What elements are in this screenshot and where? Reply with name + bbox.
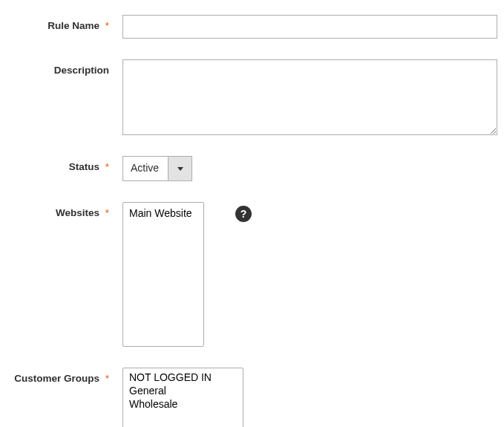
websites-label-wrap: Websites * bbox=[7, 202, 122, 218]
status-select[interactable]: Active bbox=[122, 156, 192, 181]
customer-groups-multiselect[interactable]: NOT LOGGED IN General Wholesale bbox=[122, 368, 243, 427]
rule-name-label-wrap: Rule Name * bbox=[7, 15, 122, 31]
customer-groups-label-wrap: Customer Groups * bbox=[7, 368, 122, 384]
status-row: Status * Active bbox=[7, 156, 497, 181]
status-select-value: Active bbox=[123, 157, 168, 180]
rule-name-input-col bbox=[122, 15, 497, 39]
status-input-col: Active bbox=[122, 156, 497, 181]
customer-groups-option[interactable]: NOT LOGGED IN bbox=[123, 371, 243, 384]
description-label-wrap: Description bbox=[7, 59, 122, 76]
websites-label: Websites bbox=[56, 207, 99, 218]
rule-name-input[interactable] bbox=[122, 15, 497, 39]
customer-groups-row: Customer Groups * NOT LOGGED IN General … bbox=[7, 368, 497, 427]
customer-groups-label: Customer Groups bbox=[14, 373, 99, 384]
description-textarea[interactable] bbox=[122, 59, 497, 135]
chevron-down-icon bbox=[177, 167, 183, 171]
description-label: Description bbox=[54, 65, 109, 76]
websites-row: Websites * Main Website ? bbox=[7, 202, 497, 347]
help-symbol: ? bbox=[240, 208, 247, 220]
customer-groups-option[interactable]: General bbox=[123, 384, 243, 397]
websites-multiselect[interactable]: Main Website bbox=[122, 202, 204, 347]
description-row: Description bbox=[7, 59, 497, 135]
required-mark: * bbox=[105, 207, 109, 218]
status-label-wrap: Status * bbox=[7, 156, 122, 172]
required-mark: * bbox=[105, 373, 109, 384]
status-label: Status bbox=[69, 161, 99, 172]
websites-input-col: Main Website ? bbox=[122, 202, 497, 347]
websites-option[interactable]: Main Website bbox=[123, 206, 203, 221]
help-icon[interactable]: ? bbox=[235, 206, 252, 222]
description-input-col bbox=[122, 59, 497, 135]
status-select-button[interactable] bbox=[168, 157, 192, 180]
required-mark: * bbox=[105, 161, 109, 172]
rule-name-label: Rule Name bbox=[48, 20, 99, 31]
required-mark: * bbox=[105, 20, 109, 31]
customer-groups-option[interactable]: Wholesale bbox=[123, 397, 243, 411]
rule-name-row: Rule Name * bbox=[7, 15, 497, 39]
customer-groups-input-col: NOT LOGGED IN General Wholesale bbox=[122, 368, 497, 427]
